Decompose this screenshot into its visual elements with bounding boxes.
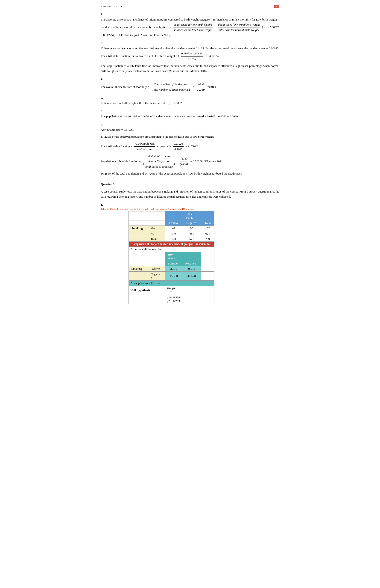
fraction-2: death cases for normal bith weight total… (218, 22, 260, 33)
table-row: Smoking Yes 42 90 132 (129, 226, 214, 231)
assumptions-row: Assumptions are Correct (129, 281, 214, 286)
question-3-heading: Question 3. (101, 182, 279, 187)
section-3-fraction: 0.1185 − 0.00625 0.1185 (181, 51, 203, 61)
section-q3-1-num: 1. (101, 203, 279, 207)
attrib-fraction-2: 0.11225 0.1185 (173, 141, 184, 151)
table-row: Positive Negative Total (129, 220, 214, 226)
section-7-line2: 11.225% of the observed population are a… (101, 134, 279, 139)
section-4-value: 1040 72730 (197, 82, 205, 92)
table-row: p1= 0.318p2= 0.233 (129, 295, 214, 304)
table-row: HPVstatus (129, 252, 214, 261)
table-row: No 146 481 627 (129, 231, 214, 236)
comparison-row: Comparison of proportions for independen… (129, 242, 214, 247)
section-7-pop: Population attributable fraction = attri… (101, 154, 279, 169)
page-number: 5 (274, 5, 279, 8)
table-row: Null hypothesis H0: p1=p2 (129, 286, 214, 295)
hpv-status-header: HPVstatus (165, 211, 214, 220)
section-3-num: 3. (101, 41, 279, 45)
pop-fraction-3: (618) (1040) (179, 156, 188, 167)
pop-attrib-fraction: attributable fraction ( deaths∈exposure … (143, 154, 175, 169)
section-5-text: If there is no low birth weights, then t… (101, 101, 279, 105)
table-row: Expected cell frequencies (129, 247, 214, 252)
section-7-conclusion: 56.289% of the total population and 94.7… (101, 171, 279, 176)
section-3-para2: The large fraction of attributable fract… (101, 63, 279, 74)
hpv-table-wrapper: HPVstatus Positive Negative Total Smokin… (129, 211, 279, 304)
section-4-formula: The overall incidence rate of mortality … (101, 82, 279, 92)
section-3-para1: If there were no deaths relating the low… (101, 46, 279, 61)
attrib-fraction: Attributable risk incidence due ϊ (134, 141, 155, 151)
section-7-num: 7. (101, 123, 279, 126)
hpv-table: HPVstatus Positive Negative Total Smokin… (129, 211, 214, 304)
comparison-header: Comparison of proportions for independen… (129, 242, 214, 247)
section-4-num: 4. (101, 77, 279, 81)
question-3-intro: A case-control study tests the associati… (101, 189, 279, 199)
section-5-num: 5. (101, 96, 279, 100)
section-4-fraction: Total number of death cases Total number… (152, 82, 190, 92)
fraction-1: death cases for low birth weight total c… (173, 22, 212, 33)
section-6-num: 6. (101, 109, 279, 113)
table-row: Negative 155.30 471.70 (129, 272, 214, 281)
table-row: Smoking Positive 32.70 99.30 (129, 266, 214, 272)
section-6-text: The population attribution risk = Combin… (101, 114, 279, 119)
section-2-para: The absolute difference in incidence of … (101, 17, 279, 38)
table-caption: Table 7: The table of testing associatio… (101, 208, 279, 210)
header-title: EPIDEMIOLOGY (101, 5, 123, 8)
table-row: Positive Negative (129, 261, 214, 266)
section-7-line1: Attributable risk = 0.11225. (101, 127, 279, 132)
table-row: HPVstatus (129, 211, 214, 220)
page-header: EPIDEMIOLOGY 5 (101, 5, 279, 8)
table-row: Total 188 571 759 (129, 236, 214, 242)
section-2-num: 2. (101, 12, 279, 16)
section-7-attrib: The attributable fraction = Attributable… (101, 141, 279, 151)
